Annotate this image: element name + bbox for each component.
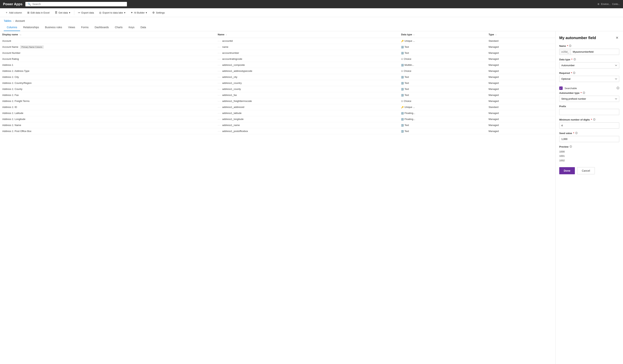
- min-digits-input[interactable]: [559, 122, 619, 128]
- prefix-input[interactable]: [559, 109, 619, 115]
- prefix-label: Prefix: [559, 105, 619, 108]
- cell-type: Managed: [486, 80, 555, 86]
- name-input-prefix-wrapper: cr25d_: [559, 49, 619, 55]
- cell-display-name: Address 1: Post Office Box: [0, 128, 216, 134]
- table-row: Address 1: City ··· address1_city 🔤Text …: [0, 74, 555, 80]
- cell-data-type: ☰Choice: [399, 98, 486, 104]
- get-data-button[interactable]: 🗄 Get data ▾: [52, 10, 73, 15]
- tab-relationships[interactable]: Relationships: [20, 24, 42, 31]
- cell-data-type: 🔤Text: [399, 44, 486, 50]
- cell-name: ··· address1_country: [216, 80, 399, 86]
- data-type-info-icon[interactable]: ⓘ: [574, 58, 576, 61]
- table-row: Address 1: Country/Region ··· address1_c…: [0, 80, 555, 86]
- cell-name: ··· accountnumber: [216, 50, 399, 56]
- row-menu-dots[interactable]: ···: [218, 76, 221, 78]
- tab-keys[interactable]: Keys: [126, 24, 137, 31]
- col-header-name[interactable]: Name ↕: [216, 31, 399, 38]
- export-data-button[interactable]: ↦ Export data: [76, 10, 96, 15]
- panel-close-button[interactable]: ✕: [615, 35, 619, 41]
- seed-value-input[interactable]: [559, 136, 619, 142]
- cell-name: ··· address1_latitude: [216, 110, 399, 116]
- row-menu-dots[interactable]: ···: [218, 130, 221, 132]
- row-menu-dots[interactable]: ···: [218, 64, 221, 66]
- edit-data-button[interactable]: ⊞ Edit data in Excel: [25, 10, 52, 15]
- add-column-button[interactable]: ＋ Add column: [3, 10, 24, 15]
- env-label: Environ...: [601, 3, 611, 5]
- data-type-icon: 🔤: [401, 64, 404, 66]
- row-menu-dots[interactable]: ···: [218, 112, 221, 114]
- required-info-icon[interactable]: ⓘ: [573, 71, 575, 75]
- export-lake-button[interactable]: ◎ Export to data lake ▾: [97, 10, 128, 15]
- tab-forms[interactable]: Forms: [78, 24, 91, 31]
- check-icon: ✓: [560, 87, 562, 89]
- autonumber-type-select[interactable]: String prefixed number Date prefixed num…: [559, 96, 619, 102]
- cancel-button[interactable]: Cancel: [577, 167, 595, 174]
- preview-info-icon[interactable]: ⓘ: [570, 145, 572, 148]
- table-row: Account Name Primary Name Column ··· nam…: [0, 44, 555, 50]
- tab-business-rules[interactable]: Business rules: [42, 24, 65, 31]
- tab-data[interactable]: Data: [137, 24, 149, 31]
- row-menu-dots[interactable]: ···: [218, 88, 221, 90]
- done-button[interactable]: Done: [559, 167, 575, 174]
- row-menu-dots[interactable]: ···: [218, 40, 221, 42]
- toolbar: ＋ Add column ⊞ Edit data in Excel 🗄 Get …: [0, 8, 623, 17]
- row-menu-dots[interactable]: ···: [218, 82, 221, 85]
- table-row: Address 1: Address Type ··· address1_add…: [0, 68, 555, 74]
- table-row: Address 1: Post Office Box ··· address1_…: [0, 128, 555, 134]
- row-menu-dots[interactable]: ···: [218, 124, 221, 127]
- settings-button[interactable]: ⚙ Settings: [150, 10, 167, 15]
- required-star: *: [571, 72, 572, 74]
- ai-icon: ✦: [131, 11, 133, 14]
- row-menu-dots[interactable]: ···: [218, 94, 221, 96]
- preview-label: Preview ⓘ: [559, 145, 619, 148]
- data-type-icon: ☰: [401, 70, 403, 72]
- cell-data-type: 🔤Text: [399, 80, 486, 86]
- tab-views[interactable]: Views: [65, 24, 78, 31]
- row-menu-dots[interactable]: ···: [218, 58, 221, 60]
- ai-builder-button[interactable]: ✦ AI Builder ▾: [129, 10, 149, 15]
- searchable-checkbox[interactable]: ✓: [559, 86, 563, 90]
- main-content: Display name ↑↓ Name ↕ Data type ↕ Type …: [0, 31, 623, 364]
- row-menu-dots[interactable]: ···: [218, 106, 221, 108]
- cell-data-type: ☰Choice: [399, 56, 486, 62]
- data-type-icon: 🔤: [401, 76, 404, 78]
- required-field-label: Required * ⓘ: [559, 71, 619, 75]
- table-row: Account Rating ··· accountratingcode ☰Ch…: [0, 56, 555, 62]
- autonumber-type-info-icon[interactable]: ⓘ: [583, 91, 585, 95]
- tab-dashboards[interactable]: Dashboards: [91, 24, 112, 31]
- row-menu-dots[interactable]: ···: [218, 100, 221, 103]
- search-input[interactable]: [32, 3, 125, 6]
- preview-line-3: 1002: [559, 158, 619, 163]
- cell-data-type: 🔤Text: [399, 122, 486, 128]
- col-header-display-name[interactable]: Display name ↑↓: [0, 31, 216, 38]
- cell-name: ··· accountratingcode: [216, 56, 399, 62]
- data-type-icon: ☰: [401, 58, 403, 60]
- data-type-select[interactable]: Autonumber Text Number Date: [559, 62, 619, 68]
- row-menu-dots[interactable]: ···: [218, 70, 221, 72]
- search-box[interactable]: 🔍: [25, 2, 127, 6]
- row-menu-dots[interactable]: ···: [218, 51, 221, 54]
- chevron-down-icon-3: ▾: [146, 11, 147, 14]
- cell-data-type: 🔤Multilin...: [399, 62, 486, 68]
- env-info: ⚙ Environ... Conto...: [598, 3, 620, 5]
- min-digits-info-icon[interactable]: ⓘ: [593, 118, 595, 121]
- cell-name: ··· address1_addressid: [216, 104, 399, 110]
- preview-box: 1000 1001 1002: [559, 150, 619, 163]
- row-menu-dots[interactable]: ···: [218, 45, 221, 48]
- cell-name: ··· name: [216, 44, 399, 50]
- searchable-info-icon[interactable]: ⓘ: [617, 86, 619, 90]
- min-digits-required-star: *: [591, 118, 592, 121]
- name-input[interactable]: [571, 49, 619, 55]
- required-select[interactable]: Optional Required: [559, 76, 619, 82]
- name-info-icon[interactable]: ⓘ: [569, 44, 571, 47]
- col-header-type[interactable]: Type ↕: [486, 31, 555, 38]
- breadcrumb-tables-link[interactable]: Tables: [4, 19, 11, 22]
- excel-icon: ⊞: [27, 11, 29, 14]
- row-menu-dots[interactable]: ···: [218, 118, 221, 121]
- tab-columns[interactable]: Columns: [4, 24, 20, 31]
- col-header-data-type[interactable]: Data type ↕: [399, 31, 486, 38]
- app-brand: Power Apps: [3, 2, 22, 6]
- seed-value-info-icon[interactable]: ⓘ: [575, 132, 578, 135]
- tab-charts[interactable]: Charts: [112, 24, 126, 31]
- sort-asc-icon: ↑↓: [19, 34, 21, 36]
